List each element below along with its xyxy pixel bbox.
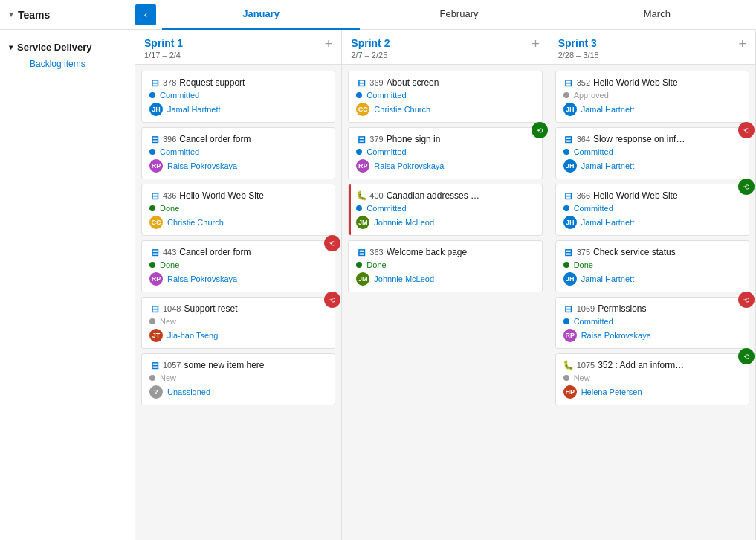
card-top-line: ⊟ 1057 some new item here — [149, 360, 327, 370]
status-row: Committed — [356, 91, 534, 100]
task-icon: ⊟ — [356, 77, 366, 88]
avatar: HP — [563, 385, 577, 399]
task-icon: ⊟ — [563, 134, 574, 144]
card-sprint1-1[interactable]: ⊟ 396 Cancel order form Committed RP Rai… — [141, 127, 335, 179]
status-dot — [149, 262, 155, 268]
month-tab-february[interactable]: February — [360, 0, 558, 30]
card-number: 396 — [163, 135, 176, 144]
card-title: Phone sign in — [387, 134, 534, 144]
avatar: JH — [563, 159, 577, 173]
status-row: New — [149, 373, 327, 382]
card-number: 366 — [577, 191, 590, 200]
status-text: Committed — [366, 147, 406, 156]
card-top-line: ⊟ 379 Phone sign in — [356, 134, 534, 144]
card-sprint2-0[interactable]: ⊟ 369 About screen Committed CC Christie… — [348, 71, 542, 123]
task-icon: ⊟ — [563, 77, 574, 88]
avatar: JM — [356, 216, 369, 229]
status-text: Done — [574, 260, 593, 269]
top-bar: ▾ Teams ‹ JanuaryFebruaryMarch — [0, 0, 756, 30]
month-tab-march[interactable]: March — [558, 0, 756, 30]
assignee-row: HP Helena Petersen — [563, 385, 741, 399]
card-sprint2-1[interactable]: ⟲ ⊟ 379 Phone sign in Committed RP Raisa… — [348, 127, 542, 179]
card-title: About screen — [387, 77, 534, 88]
card-top-line: ⊟ 443 Cancel order form — [149, 247, 327, 257]
sprint-add-button[interactable]: + — [325, 37, 333, 51]
sprint-add-button[interactable]: + — [532, 37, 540, 51]
link-badge: ⟲ — [738, 292, 755, 308]
card-title: 352 : Add an inform… — [598, 360, 741, 370]
assignee-name: Christie Church — [374, 105, 430, 114]
card-title: Cancel order form — [179, 247, 327, 257]
sprint-title: Sprint 2 — [351, 37, 390, 49]
assignee-row: JH Jamal Hartnett — [563, 159, 741, 173]
assignee-name: Raisa Pokrovskaya — [374, 161, 444, 170]
card-sprint3-5[interactable]: ⟲ 🐛 1075 352 : Add an inform… New HP Hel… — [555, 353, 749, 405]
card-title: Welcome back page — [387, 247, 534, 257]
card-number: 375 — [577, 248, 590, 257]
card-sprint3-1[interactable]: ⟲ ⊟ 364 Slow response on inf… Committed … — [555, 127, 749, 179]
assignee-row: JT Jia-hao Tseng — [149, 329, 327, 342]
task-icon: ⊟ — [149, 134, 160, 144]
sprint-add-button[interactable]: + — [738, 37, 746, 51]
status-dot — [149, 149, 155, 155]
card-sprint2-2[interactable]: 🐛 400 Canadian addresses … Committed JM … — [348, 184, 542, 236]
status-dot — [563, 149, 569, 155]
avatar: CC — [149, 216, 163, 229]
task-icon: ⊟ — [149, 77, 160, 88]
sprint-header-sprint2: Sprint 2 2/7 – 2/25 + — [342, 30, 548, 65]
assignee-row: JM Johnnie McLeod — [356, 272, 534, 286]
sidebar: ▾ Service Delivery Backlog items — [0, 30, 135, 540]
task-icon: ⊟ — [356, 134, 366, 144]
card-title: Hello World Web Site — [179, 190, 327, 201]
sprint-title: Sprint 1 — [144, 37, 183, 49]
card-number: 436 — [163, 191, 176, 200]
status-row: Committed — [149, 91, 327, 100]
avatar: JM — [356, 272, 369, 286]
card-top-line: ⊟ 436 Hello World Web Site — [149, 190, 327, 201]
card-sprint3-3[interactable]: ⊟ 375 Check service status Done JH Jamal… — [555, 240, 749, 292]
avatar: JH — [149, 103, 163, 116]
card-sprint1-2[interactable]: ⊟ 436 Hello World Web Site Done CC Chris… — [141, 184, 335, 236]
avatar: RP — [149, 272, 163, 286]
card-sprint1-0[interactable]: ⊟ 378 Request support Committed JH Jamal… — [141, 71, 335, 123]
card-top-line: ⊟ 378 Request support — [149, 77, 327, 88]
card-top-line: ⊟ 364 Slow response on inf… — [563, 134, 741, 144]
card-number: 364 — [577, 135, 590, 144]
card-top-line: ⊟ 1069 Permissions — [563, 303, 741, 314]
sprint-dates: 2/7 – 2/25 — [351, 51, 390, 60]
sprint-title-area: Sprint 2 2/7 – 2/25 — [351, 37, 390, 60]
avatar: RP — [149, 159, 163, 173]
card-sprint1-4[interactable]: ⟲ ⊟ 1048 Support reset New JT Jia-hao Ts… — [141, 297, 335, 349]
sprint-cards-sprint3: ⊟ 352 Hello World Web Site Approved JH J… — [549, 65, 755, 540]
status-row: Committed — [563, 147, 741, 156]
card-sprint1-3[interactable]: ⟲ ⊟ 443 Cancel order form Done RP Raisa … — [141, 240, 335, 292]
card-sprint3-2[interactable]: ⟲ ⊟ 366 Hello World Web Site Committed J… — [555, 184, 749, 236]
card-number: 1048 — [163, 304, 181, 313]
card-sprint2-3[interactable]: ⊟ 363 Welcome back page Done JM Johnnie … — [348, 240, 542, 292]
assignee-row: JH Jamal Hartnett — [563, 272, 741, 286]
card-title: Canadian addresses … — [387, 190, 534, 201]
assignee-name: Unassigned — [167, 388, 210, 396]
teams-section: ▾ Teams — [0, 9, 135, 21]
card-sprint1-5[interactable]: ⊟ 1057 some new item here New ? Unassign… — [141, 353, 335, 405]
avatar: ? — [149, 385, 163, 399]
card-top-line: ⊟ 369 About screen — [356, 77, 534, 88]
nav-back-button[interactable]: ‹ — [135, 4, 156, 25]
sprint-header-sprint1: Sprint 1 1/17 – 2/4 + — [135, 30, 341, 65]
assignee-name: Raisa Pokrovskaya — [581, 331, 651, 340]
status-row: Committed — [356, 147, 534, 156]
task-icon: ⊟ — [563, 247, 574, 257]
month-tab-january[interactable]: January — [162, 0, 360, 30]
status-text: Committed — [366, 91, 406, 100]
collapse-icon: ▾ — [9, 43, 13, 51]
sprint-title: Sprint 3 — [558, 37, 599, 49]
assignee-name: Jamal Hartnett — [167, 105, 221, 114]
sidebar-item-backlog[interactable]: Backlog items — [9, 56, 126, 72]
status-text: Approved — [574, 91, 609, 100]
card-sprint3-0[interactable]: ⊟ 352 Hello World Web Site Approved JH J… — [555, 71, 749, 123]
link-badge: ⟲ — [324, 292, 340, 308]
status-text: Committed — [160, 91, 199, 100]
card-sprint3-4[interactable]: ⟲ ⊟ 1069 Permissions Committed RP Raisa … — [555, 297, 749, 349]
sidebar-section-header[interactable]: ▾ Service Delivery — [9, 39, 126, 56]
bug-icon: 🐛 — [356, 190, 366, 201]
